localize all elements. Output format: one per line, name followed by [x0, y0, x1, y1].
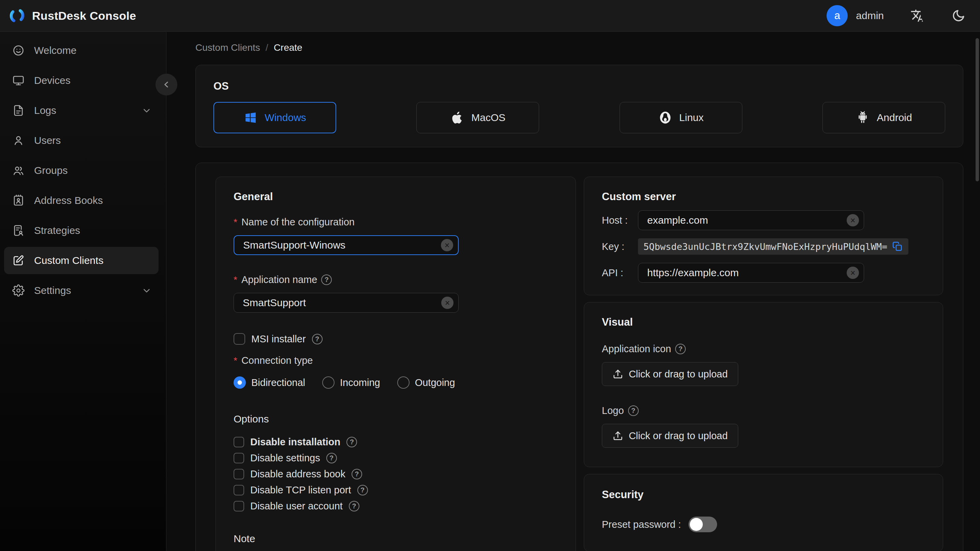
option-disable-address-book: Disable address book ?	[234, 468, 558, 480]
radio-icon[interactable]	[322, 376, 334, 389]
checkbox[interactable]	[234, 437, 244, 447]
monitor-icon	[12, 74, 25, 87]
checkbox[interactable]	[234, 485, 244, 495]
radio-bidirectional[interactable]: Bidirectional	[234, 376, 305, 389]
sidebar-item-label: Logs	[34, 105, 142, 116]
file-text-icon	[12, 104, 25, 116]
checkbox[interactable]	[234, 501, 244, 511]
host-field[interactable]: ×	[638, 210, 864, 230]
required-marker: *	[234, 217, 237, 228]
avatar[interactable]: a	[827, 5, 848, 26]
page: RustDesk Console a admin Welcome Devices	[0, 0, 980, 551]
sidebar-item-settings[interactable]: Settings	[4, 277, 159, 304]
security-title: Security	[602, 489, 925, 501]
key-value: 5Qbwsde3unUcJBtrx9ZkvUmwFNoExHzpryHuPUdq…	[643, 241, 887, 252]
sidebar-item-groups[interactable]: Groups	[4, 157, 159, 184]
breadcrumb: Custom Clients / Create	[196, 40, 963, 55]
connection-type-label: * Connection type	[234, 355, 558, 366]
app-name-label: * Application name ?	[234, 274, 558, 285]
radio-outgoing[interactable]: Outgoing	[397, 376, 455, 389]
option-disable-user-account: Disable user account ?	[234, 500, 558, 512]
os-button-macos[interactable]: MacOS	[416, 102, 539, 133]
host-input[interactable]	[646, 214, 843, 226]
gear-icon	[12, 284, 25, 297]
clear-icon[interactable]: ×	[441, 297, 453, 309]
os-button-label: Android	[877, 112, 912, 123]
copy-icon[interactable]	[892, 241, 903, 252]
os-button-label: Linux	[679, 112, 704, 123]
help-icon[interactable]: ?	[312, 334, 323, 344]
os-options-row: Windows MacOS Linux Android	[213, 102, 945, 133]
sidebar-item-label: Welcome	[34, 45, 152, 56]
clear-icon[interactable]: ×	[847, 214, 859, 226]
help-icon[interactable]: ?	[675, 344, 686, 354]
breadcrumb-parent[interactable]: Custom Clients	[196, 42, 260, 53]
checkbox[interactable]	[234, 469, 244, 479]
sidebar-collapse-button[interactable]	[156, 74, 177, 96]
strategy-doc-icon	[12, 225, 25, 237]
os-button-linux[interactable]: Linux	[620, 102, 742, 133]
radio-icon[interactable]	[397, 376, 409, 389]
radio-icon[interactable]	[234, 376, 246, 389]
preset-password-toggle[interactable]	[689, 517, 717, 532]
application-icon-label: Application icon ?	[602, 343, 925, 355]
help-icon[interactable]: ?	[349, 501, 360, 511]
logo-upload-button[interactable]: Click or drag to upload	[602, 424, 738, 447]
rustdesk-logo-icon	[9, 8, 25, 24]
translate-icon[interactable]	[910, 8, 925, 23]
host-row: Host : ×	[602, 210, 925, 230]
sidebar-item-strategies[interactable]: Strategies	[4, 217, 159, 244]
logo-label: Logo ?	[602, 405, 925, 416]
upload-button-label: Click or drag to upload	[629, 430, 728, 441]
name-input[interactable]	[242, 239, 438, 251]
os-button-windows[interactable]: Windows	[213, 102, 336, 133]
os-button-android[interactable]: Android	[822, 102, 945, 133]
checkbox[interactable]	[234, 453, 244, 463]
msi-installer-checkbox[interactable]	[234, 333, 245, 345]
help-icon[interactable]: ?	[357, 485, 368, 495]
clear-icon[interactable]: ×	[847, 267, 859, 279]
note-label: Note	[234, 533, 558, 545]
clear-icon[interactable]: ×	[441, 239, 453, 251]
app-name-field[interactable]: ×	[234, 293, 459, 313]
api-input[interactable]	[646, 267, 843, 279]
sidebar-item-users[interactable]: Users	[4, 127, 159, 154]
windows-icon	[243, 110, 258, 125]
breadcrumb-current: Create	[274, 42, 302, 53]
os-title: OS	[213, 80, 945, 92]
key-row: Key : 5Qbwsde3unUcJBtrx9ZkvUmwFNoExHzpry…	[602, 238, 925, 255]
chevron-down-icon	[142, 285, 152, 296]
radio-incoming[interactable]: Incoming	[322, 376, 380, 389]
help-icon[interactable]: ?	[628, 405, 639, 416]
sidebar-item-custom-clients[interactable]: Custom Clients	[4, 247, 159, 274]
help-icon[interactable]: ?	[352, 469, 362, 479]
android-icon	[856, 110, 870, 125]
help-icon[interactable]: ?	[326, 453, 337, 463]
api-field[interactable]: ×	[638, 263, 864, 283]
sidebar-item-address-books[interactable]: Address Books	[4, 187, 159, 214]
chevron-down-icon	[142, 105, 152, 116]
app-title: RustDesk Console	[32, 9, 136, 22]
preset-password-row: Preset password :	[602, 517, 925, 532]
application-icon-upload-button[interactable]: Click or drag to upload	[602, 362, 738, 386]
username[interactable]: admin	[856, 10, 884, 21]
dark-mode-moon-icon[interactable]	[951, 8, 966, 23]
api-label: API :	[602, 267, 638, 279]
connection-type-radios: Bidirectional Incoming Outgoing	[234, 376, 558, 389]
sidebar-item-label: Address Books	[34, 195, 152, 206]
name-label: * Name of the configuration	[234, 217, 558, 228]
sidebar-item-devices[interactable]: Devices	[4, 67, 159, 94]
edit-square-icon	[12, 254, 25, 267]
required-marker: *	[234, 355, 237, 366]
app-name-input[interactable]	[242, 297, 438, 309]
name-field[interactable]: ×	[234, 235, 459, 255]
sidebar-item-logs[interactable]: Logs	[4, 97, 159, 124]
sidebar-item-welcome[interactable]: Welcome	[4, 37, 159, 64]
help-icon[interactable]: ?	[347, 437, 357, 447]
key-field: 5Qbwsde3unUcJBtrx9ZkvUmwFNoExHzpryHuPUdq…	[638, 238, 908, 255]
sidebar-item-label: Users	[34, 135, 152, 146]
header-left: RustDesk Console	[9, 8, 136, 24]
help-icon[interactable]: ?	[321, 274, 332, 285]
chevron-left-icon	[161, 80, 172, 90]
scrollbar-thumb[interactable]	[975, 38, 979, 182]
